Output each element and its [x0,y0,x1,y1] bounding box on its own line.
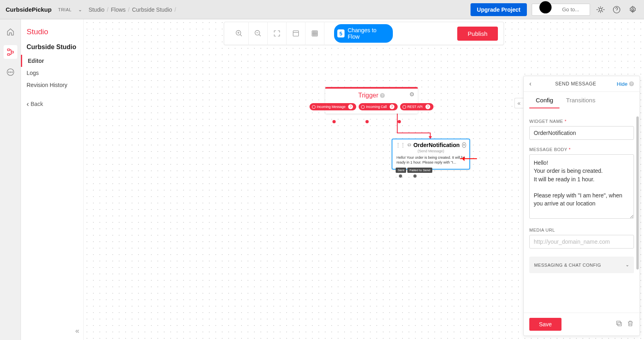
sidebar-flow-name: Curbside Studio [21,42,83,55]
svg-point-3 [632,8,634,10]
label-message-body: MESSAGE BODY [529,147,634,152]
breadcrumb-item[interactable]: Curbside Studio [132,6,172,13]
zoom-in-button[interactable] [230,22,249,45]
svg-point-1 [599,8,602,11]
trigger-title: Trigger [358,92,378,99]
fit-screen-button[interactable] [268,22,287,45]
messaging-chat-config-accordion[interactable]: MESSAGING & CHAT CONFIG ⌄ [529,257,634,273]
help-icon[interactable] [611,4,622,15]
media-url-input[interactable] [529,235,634,249]
delete-icon[interactable] [627,320,634,329]
svg-rect-15 [408,144,411,146]
widget-name-input[interactable] [529,126,634,140]
sidebar-item-editor[interactable]: Editor [21,55,83,67]
message-icon [408,142,411,148]
top-bar: CurbsidePickup TRIAL ⌄ Studio / Flows / … [0,0,644,19]
sidebar-title: Studio [21,27,83,42]
rail-more[interactable] [4,65,17,79]
svg-rect-13 [293,31,298,36]
tab-transitions[interactable]: Transitions [559,92,602,108]
port-sent[interactable]: Sent [396,168,406,173]
zoom-out-button[interactable] [249,22,268,45]
changes-label: Changes to Flow [348,27,386,40]
breadcrumb-item[interactable]: Studio [89,6,105,13]
svg-point-10 [12,72,12,73]
svg-rect-16 [618,322,621,326]
panel-back-icon[interactable]: ‹ [529,80,531,87]
sidebar-item-logs[interactable]: Logs [21,67,83,79]
search-input[interactable] [532,4,590,16]
project-dropdown[interactable]: ⌄ [76,7,84,12]
settings-icon[interactable] [627,4,638,15]
search-field[interactable] [562,6,587,12]
widget-title: OrderNotification [413,142,460,148]
svg-point-8 [8,72,9,73]
accordion-label: MESSAGING & CHAT CONFIG [534,263,601,267]
panel-title: SEND MESSAGE [535,81,617,87]
flow-canvas[interactable]: 5 Changes to Flow Publish Trigger ? ⚙ In… [84,19,644,340]
config-panel: ‹ SEND MESSAGE Hide ? Config Transitions… [523,76,640,336]
message-body-textarea[interactable] [529,154,634,219]
chevron-down-icon: ⌄ [625,262,630,267]
svg-rect-4 [7,49,10,51]
trigger-port-rest-api[interactable]: REST API? [400,103,433,110]
changes-to-flow-button[interactable]: 5 Changes to Flow [334,24,393,43]
label-media-url: MEDIA URL [529,228,634,232]
panel-hide-link[interactable]: Hide [617,81,627,87]
nav-rail [0,19,21,340]
sidebar-collapse[interactable]: « [75,327,79,335]
widget-preview-text: Hello! Your order is being created. It w… [392,155,469,169]
panel-collapse-tab[interactable]: « [514,98,523,108]
sidebar: Studio Curbside Studio Editor Logs Revis… [21,19,84,340]
annotation-arrow [460,158,477,159]
breadcrumb-item[interactable]: Flows [111,6,126,13]
port-failed[interactable]: Failed to Send [407,168,432,173]
trigger-port-incoming-message[interactable]: Incoming Message? [310,103,356,110]
project-name: CurbsidePickup [6,6,52,13]
gear-icon[interactable]: ⚙ [409,91,415,97]
breadcrumb: Studio / Flows / Curbside Studio / [89,6,176,13]
grid-toggle-button[interactable] [305,22,324,45]
panel-toggle-button[interactable] [287,22,305,45]
rail-flow[interactable] [4,45,17,59]
help-icon[interactable]: ? [380,93,385,98]
order-notification-widget[interactable]: ⋮⋮ OrderNotification ✕ (Send Message) He… [392,139,470,170]
search-icon [535,0,560,22]
svg-rect-5 [11,51,13,53]
canvas-toolbar: 5 Changes to Flow Publish [224,22,504,45]
trigger-widget[interactable]: Trigger ? ⚙ Incoming Message? Incoming C… [325,87,418,114]
panel-scrollbar[interactable] [636,116,639,270]
drag-handle-icon[interactable]: ⋮⋮ [396,142,405,148]
debug-icon[interactable] [595,4,606,15]
label-widget-name: WIDGET NAME [529,119,634,124]
trigger-port-incoming-call[interactable]: Incoming Call? [359,103,398,110]
duplicate-icon[interactable] [615,320,623,329]
save-button[interactable]: Save [529,318,561,331]
svg-point-0 [539,1,551,13]
close-icon[interactable]: ✕ [462,142,466,148]
tab-config[interactable]: Config [529,92,559,108]
trial-badge: TRIAL [58,7,72,12]
widget-subtitle: (Send Message) [392,149,469,155]
svg-rect-6 [7,54,10,55]
sidebar-back[interactable]: Back [21,91,83,117]
help-icon[interactable]: ? [629,81,634,86]
publish-button[interactable]: Publish [457,27,498,41]
upgrade-project-button[interactable]: Upgrade Project [471,3,527,16]
svg-rect-17 [617,321,620,325]
svg-point-9 [10,72,11,73]
rail-home[interactable] [4,25,17,39]
changes-count: 5 [337,29,345,37]
sidebar-item-revision-history[interactable]: Revision History [21,79,83,91]
